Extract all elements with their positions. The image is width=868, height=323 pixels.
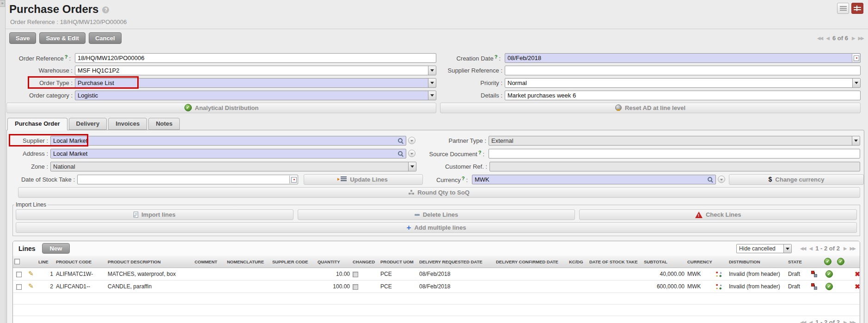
table-row[interactable]: 1 ALIFMATC1W- MATCHES, waterproof, box 1… [13,268,860,280]
currency-dropdown-icon[interactable] [718,176,725,183]
edit-line-icon[interactable] [28,270,34,277]
supplier-input[interactable]: Local Market [50,136,406,146]
first-page-icon[interactable]: ◀◀ [800,320,805,323]
col-currency[interactable]: CURRENCY [686,256,715,268]
supplier-reference-input[interactable] [505,66,861,75]
next-record-icon[interactable]: ▶ [852,36,855,41]
form-view-button[interactable] [851,3,863,14]
col-subtotal[interactable]: SUBTOTAL [642,256,686,268]
address-dropdown-icon[interactable] [408,150,416,157]
save-button[interactable]: Save [9,32,36,44]
convert-icon[interactable] [811,271,818,277]
record-pager-text: 6 of 6 [832,35,848,42]
tab-invoices[interactable]: Invoices [108,118,147,130]
update-lines-button[interactable]: Update Lines [304,174,423,185]
search-icon[interactable] [707,177,713,183]
chevron-down-icon[interactable] [428,91,436,100]
details-input[interactable]: Market purchases week 6 [505,91,861,100]
confirm-line-icon[interactable] [825,270,833,278]
check-lines-button[interactable]: Check Lines [579,209,857,220]
chevron-down-icon[interactable] [852,79,860,87]
analytical-distribution-button[interactable]: Analytical Distribution [6,103,436,113]
col-supplier-code[interactable]: SUPPLIER CODE [271,256,316,268]
chevron-down-icon[interactable] [783,244,791,253]
order-type-select[interactable]: Purchase List [75,78,436,88]
col-line[interactable]: LINE [37,256,55,268]
address-input[interactable]: Local Market [50,149,406,158]
priority-select[interactable]: Normal [505,78,861,88]
prev-record-icon[interactable]: ◀ [826,36,829,41]
col-distribution[interactable]: DISTRIBUTION [727,256,787,268]
add-multiple-lines-button[interactable]: Add multiple lines [16,222,857,233]
reset-ad-button[interactable]: Reset AD at line level [440,103,861,113]
last-page-icon[interactable]: ▶▶ [850,246,855,251]
tab-notes[interactable]: Notes [148,118,180,130]
supplier-dropdown-icon[interactable] [408,137,416,144]
cancelled-filter-select[interactable]: Hide cancelled [736,244,792,253]
help-icon[interactable] [477,150,483,155]
last-record-icon[interactable]: ▶▶ [858,36,863,41]
currency-input[interactable]: MWK [472,175,716,184]
change-currency-button[interactable]: Change currency [729,174,864,185]
col-quantity[interactable]: QUANTITY [316,256,351,268]
prev-page-icon[interactable]: ◀ [809,320,812,323]
list-view-button[interactable] [837,3,849,14]
prev-page-icon[interactable]: ◀ [809,246,812,251]
lines-table: LINE PRODUCT CODE PRODUCT DESCRIPTION CO… [13,256,860,316]
search-icon[interactable] [397,151,403,157]
first-record-icon[interactable]: ◀◀ [817,36,822,41]
new-line-button[interactable]: New [42,243,70,254]
table-row[interactable]: 2 ALIFCAND1-- CANDLE, paraffin 100.00 PC… [13,280,860,293]
help-icon[interactable] [64,54,69,60]
select-line-checkbox[interactable] [16,272,22,277]
title-help-icon[interactable] [102,6,109,13]
col-comment[interactable]: COMMENT [193,256,226,268]
convert-icon[interactable] [811,283,818,290]
tab-delivery[interactable]: Delivery [69,118,107,130]
import-lines-button[interactable]: Import lines [16,209,293,220]
first-page-icon[interactable]: ◀◀ [800,246,805,251]
help-icon[interactable] [494,54,499,60]
warehouse-label: Warehouse : [6,67,75,74]
delete-line-icon[interactable] [855,283,860,290]
source-document-input[interactable] [489,149,860,158]
col-distribution-icon [715,256,727,268]
analytic-distribution-icon[interactable] [716,283,722,290]
col-product-uom[interactable]: PRODUCT UOM [379,256,418,268]
col-date-of-stock-take[interactable]: DATE OF STOCK TAKE [588,256,642,268]
last-page-icon[interactable]: ▶▶ [850,320,855,323]
col-kc-dg[interactable]: KC/DG [568,256,588,268]
warehouse-select[interactable]: MSF HQ1C1P2 [75,66,436,75]
select-all-checkbox[interactable] [14,259,20,264]
creation-date-input[interactable]: 08/Feb/2018 [505,53,861,63]
round-qty-button[interactable]: Round Qty to SoQ [18,187,860,198]
stock-take-input[interactable] [77,175,298,184]
delete-lines-button[interactable]: Delete Lines [298,209,575,220]
col-nomenclature[interactable]: NOMENCLATURE [226,256,271,268]
sidebar-expand-icon[interactable] [0,0,5,7]
col-product-code[interactable]: PRODUCT CODE [55,256,106,268]
chevron-down-icon[interactable] [428,66,436,75]
col-state[interactable]: STATE [787,256,810,268]
save-edit-button[interactable]: Save & Edit [39,32,86,44]
order-reference-input[interactable]: 18/HQ/MW120/PO00006 [75,53,436,63]
search-icon[interactable] [397,138,403,144]
col-delivery-requested[interactable]: DELIVERY REQUESTED DATE [418,256,495,268]
delete-line-icon[interactable] [855,270,860,278]
analytic-distribution-icon[interactable] [716,271,722,277]
help-icon[interactable] [461,176,466,181]
next-page-icon[interactable]: ▶ [844,320,846,323]
tab-purchase-order[interactable]: Purchase Order [7,118,67,130]
confirm-line-icon[interactable] [825,283,833,290]
select-line-checkbox[interactable] [16,284,22,290]
col-delivery-confirmed[interactable]: DELIVERY CONFIRMED DATE [495,256,568,268]
cancel-button[interactable]: Cancel [89,32,122,44]
chevron-down-icon[interactable] [428,79,436,87]
edit-line-icon[interactable] [28,282,34,290]
next-page-icon[interactable]: ▶ [844,246,846,251]
order-category-select[interactable]: Logistic [75,91,436,100]
calendar-icon[interactable] [289,176,297,183]
calendar-icon[interactable] [852,54,860,62]
col-changed[interactable]: CHANGED [351,256,379,268]
col-product-description[interactable]: PRODUCT DESCRIPTION [106,256,193,268]
